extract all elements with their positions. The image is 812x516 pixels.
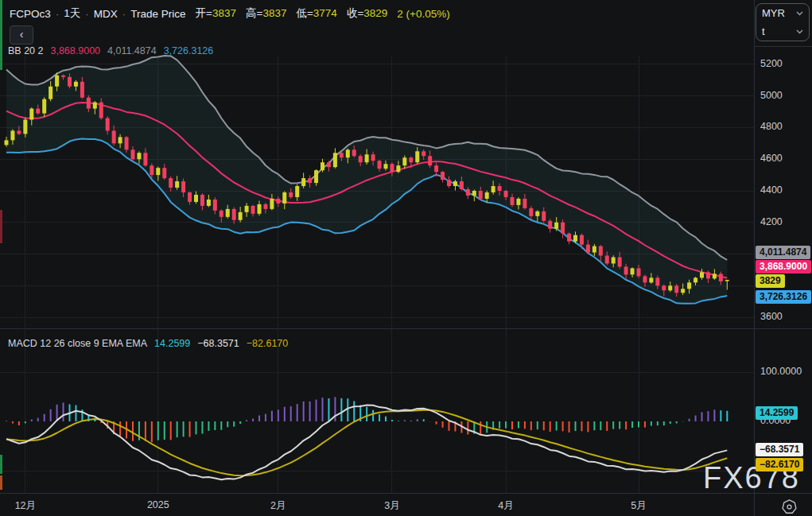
ohlc-low: 低=3774	[296, 6, 336, 21]
currency-value: MYR	[762, 7, 785, 19]
symbol-header: FCPOc3 · 1天 · MDX · Trade Price 开=3837 高…	[10, 6, 450, 21]
bb-basis-value: 3,868.9000	[50, 45, 100, 56]
settings-icon[interactable]	[780, 498, 798, 516]
chevron-down-icon	[796, 11, 803, 16]
ohlc-open: 开=3837	[196, 6, 236, 21]
price-axis-chip-blue: 3,726.3126	[756, 290, 811, 304]
edge-mark	[0, 210, 2, 243]
axis-unit-selector: MYR t	[756, 3, 810, 41]
back-button[interactable]: ‹	[10, 25, 33, 45]
price-axis-chip-yellow: 3829	[756, 274, 785, 288]
interval-label[interactable]: 1天	[64, 6, 80, 21]
chevron-down-icon	[796, 29, 803, 34]
macd-axis-chip-white: −68.3571	[756, 443, 803, 456]
price-axis-chip-pink: 3,868.9000	[756, 260, 811, 274]
symbol-name[interactable]: FCPOc3	[10, 8, 51, 20]
price-axis-chip-gray: 4,011.4874	[756, 246, 810, 259]
macd-axis-chip-teal: 14.2599	[756, 406, 798, 420]
macd-indicator-legend[interactable]: MACD 12 26 close 9 EMA EMA 14.2599 −68.3…	[8, 338, 288, 349]
left-edge-strip	[0, 0, 2, 516]
ohlc-close: 收=3829	[347, 6, 387, 21]
exchange-label: MDX	[94, 8, 118, 20]
axis-divider	[754, 46, 812, 47]
change-value: 2 (+0.05%)	[397, 8, 449, 20]
separator-dot: ·	[85, 8, 89, 20]
unit-dropdown[interactable]: t	[756, 22, 809, 41]
macd-legend-title: MACD 12 26 close 9 EMA EMA	[8, 338, 147, 349]
edge-mark	[0, 475, 2, 490]
trading-chart-app: FX678 5200500048004600440042004000380036…	[0, 0, 812, 516]
price-type-label: Trade Price	[130, 8, 185, 20]
macd-line-value: −68.3571	[197, 338, 239, 349]
macd-axis-chip-amber: −82.6170	[756, 458, 803, 471]
separator-dot: ·	[56, 8, 60, 20]
bb-indicator-legend[interactable]: BB 20 2 3,868.9000 4,011.4874 3,726.3126	[8, 45, 213, 56]
time-axis[interactable]	[0, 493, 754, 516]
unit-value: t	[762, 25, 765, 37]
chart-canvas[interactable]	[0, 0, 812, 516]
edge-mark	[0, 0, 2, 70]
currency-dropdown[interactable]: MYR	[756, 4, 809, 22]
macd-hist-value: 14.2599	[154, 338, 190, 349]
bb-lower-value: 3,726.3126	[164, 45, 214, 56]
separator-dot: ·	[122, 8, 126, 20]
macd-signal-value: −82.6170	[247, 338, 288, 349]
bb-legend-title: BB 20 2	[8, 45, 43, 56]
edge-mark	[0, 455, 2, 474]
ohlc-high: 高=3837	[246, 6, 286, 21]
bb-upper-value: 4,011.4874	[107, 45, 157, 56]
